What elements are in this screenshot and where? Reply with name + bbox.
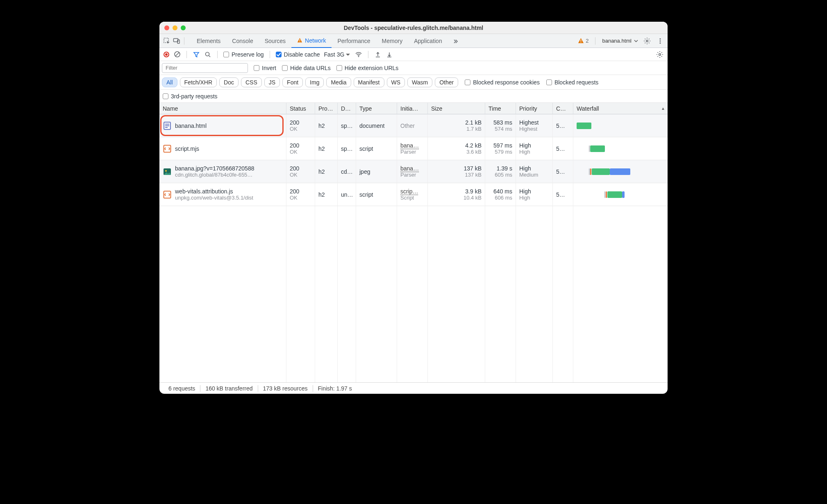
cell-type: jpeg: [356, 160, 397, 183]
network-table-header: NameStatusPro…D…TypeInitia…SizeTimePrior…: [159, 103, 668, 114]
tab-network[interactable]: Network: [291, 34, 332, 48]
cell-connid: 5…: [553, 183, 573, 206]
download-har-icon[interactable]: [386, 51, 393, 58]
svg-point-9: [659, 40, 661, 41]
col-initia[interactable]: Initia…: [397, 103, 428, 114]
record-button[interactable]: [164, 52, 169, 57]
invert-checkbox[interactable]: Invert: [254, 65, 276, 71]
hide-data-urls-checkbox[interactable]: Hide data URLs: [282, 65, 331, 71]
titlebar: DevTools - speculative-rules.glitch.me/b…: [159, 22, 668, 34]
target-context[interactable]: banana.html: [602, 38, 638, 44]
divider: [270, 51, 270, 58]
cell-size: 4.2 kB3.6 kB: [428, 137, 485, 160]
checkbox-checked-icon: [276, 52, 282, 57]
type-chip-fetchxhr[interactable]: Fetch/XHR: [180, 77, 217, 87]
type-chip-ws[interactable]: WS: [387, 77, 405, 87]
cell-waterfall[interactable]: [573, 137, 668, 160]
svg-point-16: [659, 53, 661, 55]
col-c[interactable]: C…: [553, 103, 573, 114]
checkbox-icon: [336, 65, 342, 71]
type-chip-css[interactable]: CSS: [241, 77, 262, 87]
inspect-icon[interactable]: [163, 37, 171, 45]
cell-waterfall[interactable]: [573, 114, 668, 137]
divider: [186, 51, 187, 58]
cell-status: 200OK: [286, 137, 315, 160]
type-chip-img[interactable]: Img: [305, 77, 324, 87]
type-chip-font[interactable]: Font: [282, 77, 303, 87]
col-type[interactable]: Type: [356, 103, 397, 114]
cell-protocol: h2: [315, 160, 338, 183]
blocked-requests-checkbox[interactable]: Blocked requests: [546, 79, 598, 86]
col-d[interactable]: D…: [338, 103, 356, 114]
svg-line-12: [175, 52, 179, 56]
svg-rect-3: [300, 39, 300, 41]
cell-initiator[interactable]: Other: [397, 114, 428, 137]
third-party-checkbox[interactable]: 3rd-party requests: [163, 93, 218, 100]
more-tabs-icon[interactable]: [451, 37, 459, 45]
cell-name[interactable]: script.mjs: [159, 137, 286, 160]
tab-application[interactable]: Application: [408, 34, 448, 48]
cell-size: 2.1 kB1.7 kB: [428, 114, 485, 137]
col-size[interactable]: Size: [428, 103, 485, 114]
tab-performance[interactable]: Performance: [332, 34, 376, 48]
blocked-cookies-checkbox[interactable]: Blocked response cookies: [465, 79, 540, 86]
type-chip-manifest[interactable]: Manifest: [354, 77, 384, 87]
type-chip-wasm[interactable]: Wasm: [407, 77, 432, 87]
status-transferred: 160 kB transferred: [200, 385, 258, 392]
preserve-log-checkbox[interactable]: Preserve log: [223, 51, 264, 58]
type-chip-all[interactable]: All: [162, 77, 177, 87]
filter-input[interactable]: [162, 63, 248, 73]
doc-icon: [163, 121, 172, 130]
type-chip-js[interactable]: JS: [264, 77, 280, 87]
cell-initiator[interactable]: bana…Parser: [397, 160, 428, 183]
upload-har-icon[interactable]: [374, 51, 382, 58]
col-waterfall[interactable]: Waterfall: [573, 103, 668, 114]
type-chip-media[interactable]: Media: [326, 77, 351, 87]
cell-protocol: h2: [315, 114, 338, 137]
svg-point-8: [659, 38, 661, 39]
gear-icon[interactable]: [643, 37, 651, 45]
cell-waterfall[interactable]: [573, 160, 668, 183]
devtools-window: DevTools - speculative-rules.glitch.me/b…: [159, 22, 668, 394]
filter-icon[interactable]: [193, 51, 200, 58]
svg-point-7: [646, 40, 648, 42]
cell-waterfall[interactable]: [573, 183, 668, 206]
cell-name[interactable]: banana.jpg?v=1705668720588cdn.glitch.glo…: [159, 160, 286, 183]
cell-type: document: [356, 114, 397, 137]
type-chip-other[interactable]: Other: [435, 77, 458, 87]
tab-console[interactable]: Console: [226, 34, 259, 48]
col-status[interactable]: Status: [286, 103, 315, 114]
col-pro[interactable]: Pro…: [315, 103, 338, 114]
col-priority[interactable]: Priority: [516, 103, 553, 114]
svg-point-13: [206, 52, 209, 56]
device-icon[interactable]: [173, 37, 181, 45]
search-icon[interactable]: [204, 51, 211, 58]
tab-elements[interactable]: Elements: [191, 34, 226, 48]
disable-cache-checkbox[interactable]: Disable cache: [276, 51, 320, 58]
kebab-icon[interactable]: [656, 37, 664, 45]
cell-name[interactable]: banana.html: [159, 114, 286, 137]
status-finish: Finish: 1.97 s: [313, 385, 357, 392]
throttle-select[interactable]: Fast 3G: [324, 51, 351, 58]
cell-initiator[interactable]: scrip…Script: [397, 183, 428, 206]
tab-memory[interactable]: Memory: [376, 34, 409, 48]
tab-sources[interactable]: Sources: [259, 34, 291, 48]
cell-status: 200OK: [286, 183, 315, 206]
cell-time: 1.39 s605 ms: [485, 160, 516, 183]
network-conditions-icon[interactable]: [355, 51, 362, 58]
cell-initiator[interactable]: bana…Parser: [397, 137, 428, 160]
clear-icon[interactable]: [173, 51, 181, 58]
cell-name[interactable]: web-vitals.attribution.jsunpkg.com/web-v…: [159, 183, 286, 206]
col-time[interactable]: Time: [485, 103, 516, 114]
cell-protocol: h2: [315, 183, 338, 206]
cell-domain: sp…: [338, 114, 356, 137]
warnings-badge[interactable]: 2: [578, 38, 588, 44]
checkbox-icon: [163, 93, 168, 99]
col-name[interactable]: Name: [159, 103, 286, 114]
network-toolbar: Preserve log Disable cache Fast 3G: [159, 48, 668, 61]
type-filter-row: AllFetch/XHRDocCSSJSFontImgMediaManifest…: [159, 75, 668, 90]
type-chip-doc[interactable]: Doc: [219, 77, 239, 87]
cell-domain: un…: [338, 183, 356, 206]
hide-extension-urls-checkbox[interactable]: Hide extension URLs: [336, 65, 399, 71]
settings-icon[interactable]: [656, 51, 663, 58]
